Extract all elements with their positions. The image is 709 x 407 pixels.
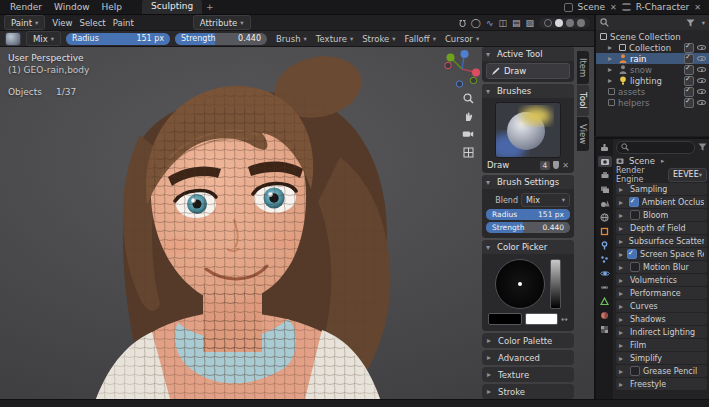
tab-view[interactable]: View [577, 117, 589, 151]
pan-hand-icon[interactable] [461, 109, 475, 123]
tab-physics-icon[interactable] [598, 268, 612, 279]
menu-select[interactable]: Select [79, 18, 105, 28]
panel-row-simplify[interactable]: ▸Simplify [616, 352, 707, 364]
panel-row-volumetrics[interactable]: ▸Volumetrics [616, 274, 707, 286]
panel-row-film[interactable]: ▸Film [616, 339, 707, 351]
scene-unlink-icon[interactable]: ✕ [610, 3, 617, 12]
stroke-popover[interactable]: Stroke▾ [362, 34, 395, 44]
expand-arrow-icon[interactable]: ▸ [608, 54, 616, 63]
menu-view[interactable]: View [52, 18, 72, 28]
camera-view-icon[interactable] [461, 127, 475, 141]
unlink-brush-icon[interactable]: ✕ [562, 161, 569, 170]
render-engine-dropdown[interactable]: EEVEE▾ [668, 168, 707, 182]
mode-dropdown[interactable]: Paint▾ [4, 15, 45, 30]
falloff-curve-icon[interactable]: ∿ [486, 18, 494, 28]
panel-advanced[interactable]: ▸Advanced [482, 350, 574, 365]
panel-checkbox[interactable] [630, 366, 640, 376]
primary-color-swatch[interactable] [488, 313, 522, 325]
shading-solid-icon[interactable] [555, 19, 563, 27]
tab-world-icon[interactable] [598, 212, 612, 223]
panel-row-subsurface-scattering[interactable]: ▸Subsurface Scattering [616, 235, 707, 247]
tab-tool[interactable]: Tool [577, 85, 589, 116]
expand-arrow-icon[interactable]: ▸ [608, 76, 616, 85]
strength-slider[interactable]: Strength0.440 [175, 33, 267, 45]
panel-texture[interactable]: ▸Texture [482, 367, 574, 382]
tab-object-icon[interactable] [598, 226, 612, 237]
outliner-row-scene-collection[interactable]: Scene Collection [596, 31, 709, 42]
shading-material-icon[interactable] [566, 19, 574, 27]
brush-settings-panel-header[interactable]: ▾Brush Settings [482, 175, 574, 189]
brush-datablock-icon[interactable] [5, 32, 21, 46]
add-workspace-button[interactable]: + [206, 2, 214, 12]
outliner-row-collection[interactable]: ▸ Collection [596, 42, 709, 53]
swap-colors-icon[interactable]: ↔ [561, 315, 568, 324]
tab-view-layer-icon[interactable] [598, 184, 612, 195]
panel-row-ambient-occlusion[interactable]: ▸Ambient Occlusion [616, 196, 707, 208]
active-tool-panel-header[interactable]: ▾Active Tool [482, 47, 574, 61]
collection-checkbox[interactable] [684, 43, 694, 53]
tab-tool-icon[interactable] [598, 142, 612, 153]
panel-row-screen-space-reflections[interactable]: ▸Screen Space Reflections [616, 248, 707, 260]
cursor-popover[interactable]: Cursor▾ [445, 34, 479, 44]
attribute-dropdown[interactable]: Attribute▾ [193, 15, 251, 30]
menu-paint[interactable]: Paint [113, 18, 134, 28]
shading-rendered-icon[interactable] [577, 19, 585, 27]
scene-selector[interactable]: Scene [578, 2, 605, 12]
active-tool-draw[interactable]: Draw [486, 63, 570, 79]
panel-strength-slider[interactable]: Strength0.440 [486, 222, 570, 233]
hide-eye-icon[interactable] [697, 66, 706, 73]
panel-checkbox[interactable] [630, 262, 640, 272]
ortho-grid-icon[interactable] [461, 145, 475, 159]
falloff-popover[interactable]: Falloff▾ [405, 34, 436, 44]
tab-scene-icon[interactable] [598, 198, 612, 209]
secondary-color-swatch[interactable] [525, 313, 559, 325]
lighting-checkbox[interactable] [684, 76, 694, 86]
hide-eye-icon[interactable] [697, 55, 706, 62]
brush-popover[interactable]: Brush▾ [276, 34, 307, 44]
3d-viewport[interactable]: User Perspective (1) GEO-rain,body Objec… [0, 47, 594, 399]
fake-user-shield-icon[interactable] [553, 161, 559, 169]
panel-row-bloom[interactable]: ▸Bloom [616, 209, 707, 221]
outliner-row-assets[interactable]: assets [596, 86, 709, 97]
color-wheel[interactable] [495, 259, 545, 309]
hide-eye-icon[interactable] [697, 88, 706, 95]
texture-popover[interactable]: Texture▾ [316, 34, 353, 44]
panel-stroke[interactable]: ▸Stroke [482, 384, 574, 399]
panel-row-sampling[interactable]: ▸Sampling [616, 183, 707, 195]
menu-render[interactable]: Render [4, 2, 48, 12]
panel-row-performance[interactable]: ▸Performance [616, 287, 707, 299]
value-slider[interactable] [550, 259, 561, 309]
tab-item[interactable]: Item [577, 51, 589, 84]
menu-window[interactable]: Window [48, 2, 96, 12]
zoom-icon[interactable] [461, 91, 475, 105]
filter-icon[interactable] [686, 19, 695, 27]
properties-search-input[interactable] [616, 141, 695, 154]
rain-checkbox[interactable] [684, 54, 694, 64]
mirror-icon[interactable]: ◫ [498, 18, 507, 28]
outliner-row-helpers[interactable]: helpers [596, 97, 709, 108]
tab-constraints-icon[interactable] [598, 282, 612, 293]
brush-users-count[interactable]: 4 [540, 161, 551, 170]
panel-checkbox[interactable] [627, 249, 637, 259]
outliner-row-lighting[interactable]: ▸ lighting [596, 75, 709, 86]
radius-slider[interactable]: Radius151 px [66, 33, 170, 45]
search-icon[interactable] [600, 18, 609, 27]
filter-icon[interactable] [698, 143, 707, 151]
tab-texture-icon[interactable] [598, 324, 612, 335]
panel-row-indirect-lighting[interactable]: ▸Indirect Lighting [616, 326, 707, 338]
color-picker-panel-header[interactable]: ▾Color Picker [482, 240, 574, 254]
panel-checkbox[interactable] [629, 197, 639, 207]
brush-name[interactable]: Draw [487, 160, 509, 170]
view-layer-unlink-icon[interactable]: ✕ [694, 3, 701, 12]
panel-row-shadows[interactable]: ▸Shadows [616, 313, 707, 325]
helpers-checkbox[interactable] [684, 98, 694, 108]
workspace-tab-sculpting[interactable]: Sculpting [142, 0, 202, 14]
tab-material-icon[interactable] [598, 310, 612, 321]
expand-arrow-icon[interactable]: ▸ [608, 65, 616, 74]
tab-modifiers-icon[interactable] [598, 240, 612, 251]
tab-object-data-icon[interactable] [598, 296, 612, 307]
blend-dropdown[interactable]: Mix▾ [521, 193, 570, 207]
brush-preview-thumbnail[interactable] [495, 102, 561, 158]
expand-arrow-icon[interactable]: ▸ [608, 43, 616, 52]
assets-checkbox[interactable] [684, 87, 694, 97]
